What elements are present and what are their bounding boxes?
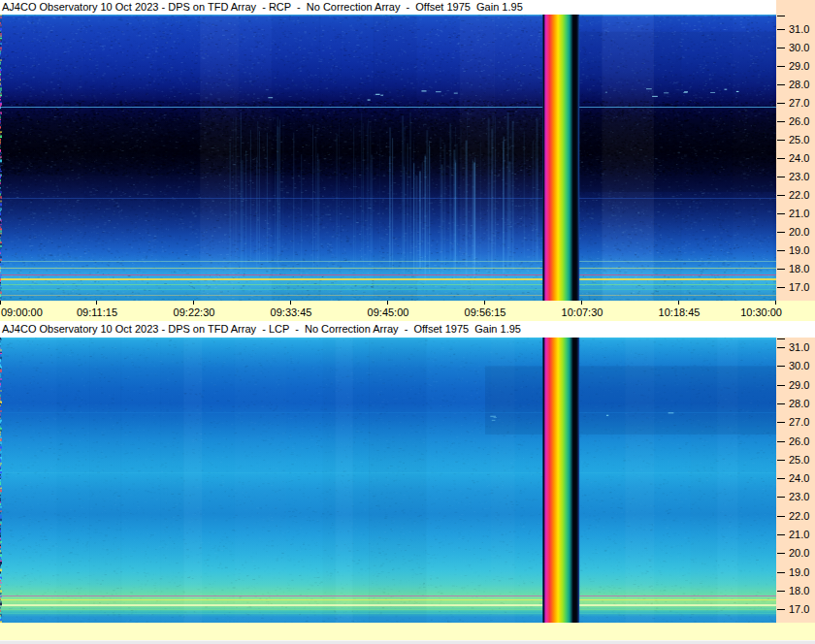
freq-tick bbox=[777, 591, 785, 592]
freq-label: 28.0 bbox=[789, 398, 809, 409]
freq-tick bbox=[777, 287, 785, 288]
time-tick bbox=[775, 301, 776, 305]
freq-tick bbox=[777, 403, 785, 404]
freq-tick bbox=[777, 84, 785, 85]
freq-tick bbox=[777, 338, 785, 339]
freq-label: 21.0 bbox=[789, 208, 809, 219]
freq-tick bbox=[777, 422, 785, 423]
freq-label: 29.0 bbox=[789, 60, 809, 72]
freq-label: 20.0 bbox=[789, 547, 809, 559]
freq-tick bbox=[777, 366, 785, 367]
time-label: 10:18:45 bbox=[659, 306, 701, 318]
freq-tick bbox=[777, 48, 785, 48]
freq-tick bbox=[777, 478, 785, 479]
freq-tick bbox=[777, 140, 785, 141]
freq-label: 29.0 bbox=[789, 379, 809, 391]
time-label: 09:56:15 bbox=[465, 306, 506, 318]
time-tick bbox=[290, 301, 291, 305]
freq-label: 23.0 bbox=[789, 171, 809, 182]
freq-label: 30.0 bbox=[789, 42, 809, 53]
freq-label: 23.0 bbox=[789, 491, 809, 502]
bottom-axis-strip bbox=[0, 623, 815, 640]
lcp-spectrogram bbox=[0, 338, 776, 623]
freq-label: 31.0 bbox=[789, 341, 809, 353]
freq-label: 31.0 bbox=[789, 23, 809, 35]
freq-tick bbox=[777, 497, 785, 498]
freq-tick bbox=[777, 177, 785, 177]
freq-tick bbox=[777, 269, 785, 270]
time-tick bbox=[678, 301, 679, 305]
freq-label: 27.0 bbox=[789, 416, 809, 428]
freq-label: 28.0 bbox=[789, 79, 809, 90]
time-label: 09:33:45 bbox=[271, 306, 312, 318]
freq-label: 25.0 bbox=[789, 134, 809, 145]
freq-label: 22.0 bbox=[789, 510, 809, 522]
freq-tick bbox=[777, 347, 785, 348]
freq-label: 19.0 bbox=[789, 566, 809, 578]
freq-label: 17.0 bbox=[789, 603, 809, 615]
freq-label: 30.0 bbox=[789, 360, 809, 371]
time-label: 10:30:00 bbox=[740, 306, 782, 318]
freq-tick bbox=[777, 213, 785, 214]
time-tick bbox=[581, 301, 582, 305]
time-label: 09:11:15 bbox=[77, 306, 117, 318]
freq-tick bbox=[777, 441, 785, 442]
freq-tick bbox=[777, 553, 785, 554]
lcp-panel-title: AJ4CO Observatory 10 Oct 2023 - DPS on T… bbox=[0, 321, 815, 338]
freq-label: 26.0 bbox=[789, 115, 809, 127]
freq-tick bbox=[777, 103, 785, 104]
rcp-spectrogram bbox=[0, 15, 776, 301]
frequency-axis-lcp: 31.030.029.028.027.026.025.024.023.022.0… bbox=[776, 338, 815, 623]
time-label: 09:22:30 bbox=[174, 306, 215, 318]
time-label: 09:45:00 bbox=[368, 306, 409, 318]
freq-label: 18.0 bbox=[789, 263, 809, 274]
freq-label: 27.0 bbox=[789, 97, 809, 109]
window-footer-strip bbox=[0, 640, 815, 644]
freq-tick bbox=[777, 16, 785, 16]
rcp-panel-title: AJ4CO Observatory 10 Oct 2023 - DPS on T… bbox=[0, 0, 776, 15]
freq-tick bbox=[777, 232, 785, 233]
freq-label: 24.0 bbox=[789, 472, 809, 484]
freq-tick bbox=[777, 195, 785, 196]
spectrograph-window: AJ4CO Observatory 10 Oct 2023 - DPS on T… bbox=[0, 0, 815, 644]
freq-label: 26.0 bbox=[789, 435, 809, 447]
freq-tick bbox=[777, 516, 785, 517]
freq-label: 22.0 bbox=[789, 189, 809, 201]
freq-label: 21.0 bbox=[789, 529, 809, 540]
time-tick bbox=[484, 301, 485, 305]
time-label: 09:00:00 bbox=[1, 306, 43, 318]
time-label: 10:07:30 bbox=[562, 306, 603, 318]
time-tick bbox=[387, 301, 388, 305]
freq-tick bbox=[777, 609, 785, 610]
freq-label: 20.0 bbox=[789, 226, 809, 238]
freq-label: 18.0 bbox=[789, 585, 809, 596]
freq-label: 25.0 bbox=[789, 454, 809, 466]
freq-tick bbox=[777, 66, 785, 67]
time-tick bbox=[193, 301, 194, 305]
time-tick bbox=[0, 301, 1, 305]
freq-label: 24.0 bbox=[789, 152, 809, 164]
time-axis: 09:00:0009:11:1509:22:3009:33:4509:45:00… bbox=[0, 301, 815, 321]
freq-tick bbox=[777, 460, 785, 461]
freq-tick bbox=[777, 534, 785, 535]
time-tick bbox=[96, 301, 97, 305]
freq-tick bbox=[777, 572, 785, 573]
freq-label: 17.0 bbox=[789, 281, 809, 293]
frequency-axis-rcp: 31.030.029.028.027.026.025.024.023.022.0… bbox=[776, 15, 815, 301]
freq-tick bbox=[777, 250, 785, 251]
freq-tick bbox=[777, 385, 785, 386]
freq-tick bbox=[777, 29, 785, 30]
freq-tick bbox=[777, 158, 785, 159]
freq-tick bbox=[777, 121, 785, 122]
freq-label: 19.0 bbox=[789, 244, 809, 256]
